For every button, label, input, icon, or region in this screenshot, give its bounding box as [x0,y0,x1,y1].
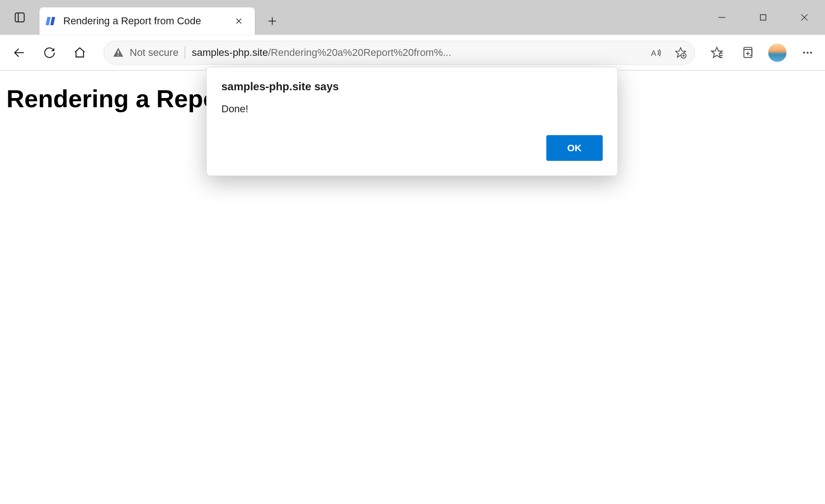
collections-button[interactable] [738,44,756,62]
home-button[interactable] [69,42,91,64]
new-tab-button[interactable] [261,10,283,32]
svg-rect-13 [118,50,119,54]
settings-menu-button[interactable] [798,44,817,62]
back-button[interactable] [8,42,30,64]
warning-icon [112,47,124,59]
url-text: samples-php.site/Rendering%20a%20Report%… [192,47,640,59]
browser-toolbar: Not secure samples-php.site/Rendering%20… [0,35,825,71]
close-tab-button[interactable] [231,13,247,29]
profile-avatar[interactable] [768,44,786,62]
svg-rect-3 [50,17,55,25]
svg-text:A: A [651,48,656,57]
svg-rect-14 [118,55,119,55]
security-status[interactable]: Not secure [112,47,178,59]
svg-rect-2 [46,17,50,25]
svg-point-29 [810,51,812,53]
alert-actions: OK [221,135,603,161]
svg-point-28 [807,51,808,53]
address-divider [185,46,185,59]
favorite-button[interactable] [671,44,690,62]
url-domain: samples-php.site [192,47,268,58]
maximize-button[interactable] [742,4,784,31]
svg-marker-20 [711,47,722,57]
security-label: Not secure [130,47,178,59]
tab-actions-left [0,0,31,35]
close-window-button[interactable] [784,4,825,31]
alert-ok-button[interactable]: OK [546,135,603,161]
alert-title: samples-php.site says [221,80,603,93]
favorites-bar-button[interactable] [708,44,726,62]
browser-tab[interactable]: Rendering a Report from Code [39,7,255,35]
alert-message: Done! [221,103,603,115]
refresh-button[interactable] [38,42,60,64]
toolbar-right [708,44,817,62]
url-path: /Rendering%20a%20Report%20from%... [268,47,451,58]
alert-dialog: samples-php.site says Done! OK [206,67,618,176]
svg-rect-0 [15,13,24,22]
window-controls [701,0,825,35]
browser-titlebar: Rendering a Report from Code [0,0,825,35]
read-aloud-button[interactable]: A [647,44,665,62]
minimize-button[interactable] [701,4,742,31]
svg-rect-9 [760,15,766,20]
tab-overview-button[interactable] [8,6,31,29]
address-bar[interactable]: Not secure samples-php.site/Rendering%20… [104,41,695,65]
svg-point-27 [803,51,805,53]
tab-title: Rendering a Report from Code [63,15,226,27]
tab-favicon-icon [46,16,57,27]
